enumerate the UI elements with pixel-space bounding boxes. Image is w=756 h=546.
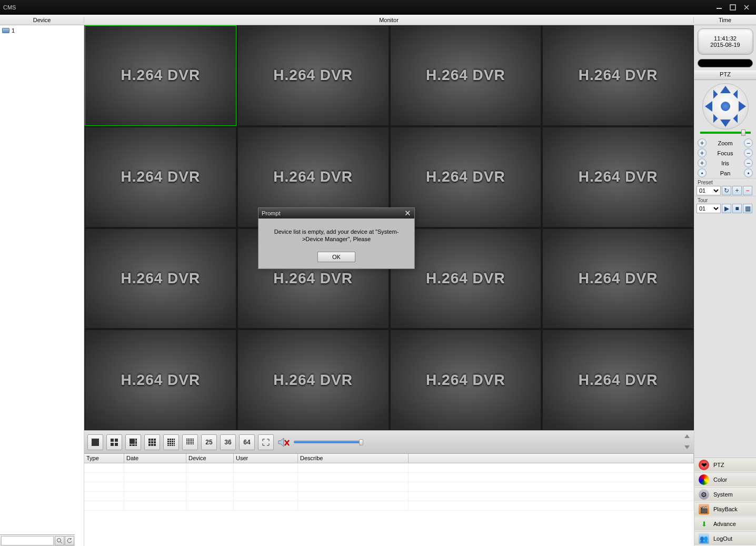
video-tile[interactable]: H.264 DVR xyxy=(542,25,694,126)
refresh-icon[interactable] xyxy=(65,536,74,545)
svg-rect-15 xyxy=(154,439,156,441)
playback-icon: 🎬 xyxy=(699,504,709,514)
svg-rect-34 xyxy=(167,445,169,446)
video-tile[interactable]: H.264 DVR xyxy=(390,25,542,126)
ptz-downright-button[interactable] xyxy=(733,114,742,123)
focus-in-button[interactable]: + xyxy=(698,148,707,157)
layout-6-button[interactable] xyxy=(125,434,141,450)
minimize-button[interactable] xyxy=(713,3,725,12)
layout-20-button[interactable] xyxy=(182,434,198,450)
zoom-out-button[interactable]: − xyxy=(744,138,753,147)
tour-play-button[interactable]: ▶ xyxy=(722,204,731,213)
tour-edit-button[interactable]: ▦ xyxy=(743,204,752,213)
pan-stop-button[interactable]: • xyxy=(744,168,753,177)
slider-thumb[interactable] xyxy=(741,130,745,136)
tree-item-label: 1 xyxy=(12,27,15,34)
video-tile[interactable]: H.264 DVR xyxy=(542,330,694,430)
search-icon[interactable] xyxy=(55,536,64,545)
svg-rect-8 xyxy=(135,439,137,441)
tour-select[interactable]: 01 xyxy=(697,204,721,213)
tree-item[interactable]: 1 xyxy=(2,27,82,34)
svg-rect-38 xyxy=(186,439,187,440)
svg-rect-52 xyxy=(193,442,194,443)
video-tile[interactable]: H.264 DVR xyxy=(542,127,694,227)
ptz-upleft-button[interactable] xyxy=(709,90,718,99)
preset-goto-button[interactable]: ↻ xyxy=(722,186,731,195)
log-col-spacer xyxy=(409,454,694,463)
layout-36-button[interactable]: 36 xyxy=(220,434,236,450)
left-pane: 1 xyxy=(0,25,84,546)
ptz-up-button[interactable] xyxy=(720,86,731,93)
log-col-user[interactable]: User xyxy=(234,454,298,463)
mute-icon[interactable] xyxy=(277,435,291,449)
tile-watermark: H.264 DVR xyxy=(426,168,505,185)
svg-rect-17 xyxy=(151,441,153,443)
close-button[interactable] xyxy=(740,3,753,12)
tile-watermark: H.264 DVR xyxy=(579,372,658,389)
svg-rect-48 xyxy=(186,442,187,443)
maximize-button[interactable] xyxy=(727,3,739,12)
ptz-downleft-button[interactable] xyxy=(709,114,718,123)
preset-del-button[interactable]: − xyxy=(743,186,752,195)
focus-out-button[interactable]: − xyxy=(744,148,753,157)
menu-system[interactable]: ⚙ System xyxy=(694,487,756,502)
log-col-date[interactable]: Date xyxy=(124,454,186,463)
svg-rect-35 xyxy=(170,445,171,446)
svg-rect-45 xyxy=(190,440,191,441)
dialog-titlebar[interactable]: Prompt ✕ xyxy=(258,208,414,219)
page-down-icon[interactable] xyxy=(682,442,692,452)
svg-rect-11 xyxy=(132,444,135,446)
menu-color[interactable]: Color xyxy=(694,472,756,487)
ptz-speed-slider[interactable] xyxy=(700,132,751,134)
video-tile[interactable]: H.264 DVR xyxy=(542,229,694,329)
slider-thumb[interactable] xyxy=(359,439,363,445)
preset-add-button[interactable]: + xyxy=(732,186,742,195)
video-tile[interactable]: H.264 DVR xyxy=(85,127,236,227)
log-col-describe[interactable]: Describe xyxy=(298,454,409,463)
menu-advance[interactable]: ⬇ Advance xyxy=(694,517,756,531)
page-up-icon[interactable] xyxy=(682,432,692,441)
video-tile[interactable]: H.264 DVR xyxy=(237,25,389,126)
menu-logout[interactable]: 👥 LogOut xyxy=(694,531,756,546)
logout-icon: 👥 xyxy=(699,533,709,544)
video-tile[interactable]: H.264 DVR xyxy=(85,330,236,430)
layout-1-button[interactable] xyxy=(87,434,103,450)
zoom-in-button[interactable]: + xyxy=(698,138,707,147)
layout-9-button[interactable] xyxy=(144,434,160,450)
iris-out-button[interactable]: − xyxy=(744,158,753,167)
layout-64-button[interactable]: 64 xyxy=(239,434,255,450)
svg-rect-39 xyxy=(188,439,189,440)
ptz-right-button[interactable] xyxy=(739,101,746,112)
video-tile[interactable]: H.264 DVR xyxy=(237,330,389,430)
svg-rect-0 xyxy=(730,5,735,10)
svg-rect-49 xyxy=(188,442,189,443)
video-tile[interactable]: H.264 DVR xyxy=(85,25,236,126)
log-col-device[interactable]: Device xyxy=(186,454,234,463)
iris-in-button[interactable]: + xyxy=(698,158,707,167)
search-input[interactable] xyxy=(1,536,54,545)
ptz-left-button[interactable] xyxy=(705,101,712,112)
layout-25-button[interactable]: 25 xyxy=(201,434,217,450)
tour-stop-button[interactable]: ■ xyxy=(732,204,742,213)
dialog-ok-button[interactable]: OK xyxy=(317,252,355,262)
svg-rect-20 xyxy=(151,444,153,446)
layout-4-button[interactable] xyxy=(106,434,122,450)
ptz-down-button[interactable] xyxy=(720,120,731,127)
dialog-close-icon[interactable]: ✕ xyxy=(404,209,411,218)
tile-watermark: H.264 DVR xyxy=(579,67,658,84)
volume-slider[interactable] xyxy=(294,441,362,443)
video-tile[interactable]: H.264 DVR xyxy=(85,229,236,329)
menu-ptz[interactable]: ❤ PTZ xyxy=(694,458,756,472)
log-col-type[interactable]: Type xyxy=(84,454,124,463)
layout-16-button[interactable] xyxy=(163,434,179,450)
ptz-upright-button[interactable] xyxy=(733,90,742,99)
pan-start-button[interactable]: • xyxy=(698,168,707,177)
menu-playback[interactable]: 🎬 PlayBack xyxy=(694,502,756,517)
system-icon: ⚙ xyxy=(699,489,709,500)
svg-rect-56 xyxy=(191,443,192,444)
preset-select[interactable]: 01 xyxy=(697,186,721,195)
ptz-center-button[interactable] xyxy=(720,101,731,112)
video-tile[interactable]: H.264 DVR xyxy=(390,330,542,430)
fullscreen-button[interactable] xyxy=(258,434,274,450)
dialog-body: Device list is empty, add your device at… xyxy=(258,219,414,249)
